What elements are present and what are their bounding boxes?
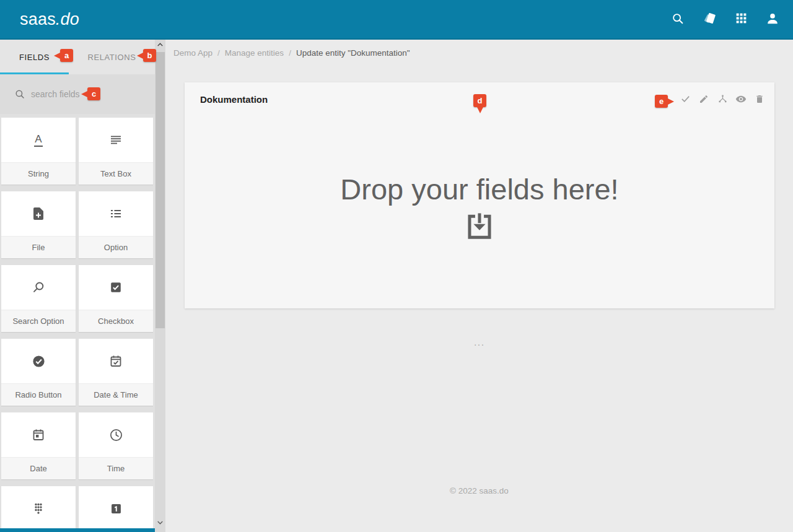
- main-content: Demo App / Manage entities / Update enti…: [165, 40, 793, 532]
- radio-check-icon: [1, 339, 76, 383]
- option-list-icon: [79, 191, 153, 236]
- field-type-grid: A String Text Box File Option: [1, 118, 153, 528]
- field-card-label: Time: [79, 457, 153, 479]
- clock-icon: [79, 412, 153, 457]
- drop-zone-title: Drop your fields here!: [185, 172, 774, 206]
- field-card-label: Option: [79, 236, 153, 258]
- string-icon: A: [1, 118, 76, 162]
- field-card-label: Date: [1, 457, 76, 479]
- sidebar-scrollbar[interactable]: [155, 40, 165, 532]
- dialpad-icon: [1, 486, 76, 528]
- app-root: saas.do: [0, 0, 793, 532]
- account-icon: [766, 12, 779, 27]
- field-card-textbox[interactable]: Text Box: [79, 118, 153, 185]
- field-card-label: Text Box: [79, 162, 153, 185]
- annotation-marker-c: c: [87, 87, 100, 100]
- trash-icon: [755, 94, 765, 106]
- calendar-check-icon: [79, 339, 153, 383]
- field-drop-zone[interactable]: Drop your fields here! ...: [185, 120, 774, 308]
- field-card-radio-button[interactable]: Radio Button: [1, 339, 76, 406]
- chevron-up-icon: [156, 41, 164, 51]
- drop-zone-ellipsis: ...: [185, 338, 774, 347]
- search-fields-icon: [14, 89, 25, 100]
- apps-button[interactable]: [734, 12, 748, 26]
- field-card-file[interactable]: File: [1, 191, 76, 258]
- top-bar: saas.do: [0, 0, 793, 40]
- entity-card: Dokumentation d e: [185, 82, 774, 308]
- pencil-icon: [699, 94, 709, 106]
- field-card-label: File: [1, 236, 76, 258]
- search-icon: [671, 12, 685, 27]
- number-one-icon: [79, 486, 153, 528]
- preview-button[interactable]: [736, 95, 746, 105]
- logo-prefix: saas: [20, 10, 56, 28]
- breadcrumb-demo-app[interactable]: Demo App: [173, 48, 212, 58]
- annotation-marker-a: a: [60, 49, 73, 62]
- field-card-checkbox[interactable]: Checkbox: [79, 265, 153, 332]
- relations-button[interactable]: [717, 95, 727, 105]
- field-card-option[interactable]: Option: [79, 191, 153, 258]
- check-icon: [680, 94, 691, 106]
- field-palette-sidebar: FIELDS RELATIONS a b c A String Text Box: [0, 40, 165, 532]
- app-logo[interactable]: saas.do: [20, 10, 79, 29]
- apps-grid-icon: [735, 12, 748, 27]
- edit-button[interactable]: [699, 95, 709, 105]
- file-add-icon: [1, 191, 76, 236]
- chevron-down-icon: [156, 518, 164, 528]
- field-card-label: Radio Button: [1, 383, 76, 406]
- field-search-band: [0, 74, 155, 114]
- checkbox-icon: [79, 265, 153, 310]
- field-card-string[interactable]: A String: [1, 118, 76, 185]
- annotation-marker-d: d: [473, 94, 486, 107]
- entity-title: Dokumentation: [200, 94, 268, 105]
- tab-fields-label: FIELDS: [19, 53, 50, 62]
- field-card-label: String: [1, 162, 76, 185]
- topbar-icon-group: [671, 0, 779, 38]
- notes-button[interactable]: [703, 12, 716, 26]
- palette-tabs: FIELDS RELATIONS: [0, 40, 155, 74]
- calendar-icon: [1, 412, 76, 457]
- confirm-button[interactable]: [680, 95, 690, 105]
- search-option-icon: [1, 265, 76, 310]
- field-card-label: Checkbox: [79, 310, 153, 332]
- notes-icon: [702, 11, 717, 28]
- field-card-label: Date & Time: [79, 383, 153, 406]
- field-card-time[interactable]: Time: [79, 412, 153, 479]
- field-card-number[interactable]: [79, 486, 153, 528]
- breadcrumb: Demo App / Manage entities / Update enti…: [173, 48, 410, 58]
- logo-suffix: .do: [56, 10, 79, 28]
- breadcrumb-current: Update entity "Dokumentation": [296, 48, 410, 58]
- field-card-date[interactable]: Date: [1, 412, 76, 479]
- breadcrumb-manage-entities[interactable]: Manage entities: [225, 48, 284, 58]
- field-card-label: Search Option: [1, 310, 76, 332]
- account-button[interactable]: [766, 12, 779, 26]
- drop-download-icon: [185, 211, 774, 242]
- field-card-datetime[interactable]: Date & Time: [79, 339, 153, 406]
- scroll-down-button[interactable]: [156, 518, 165, 528]
- delete-button[interactable]: [755, 95, 765, 105]
- search-button[interactable]: [671, 12, 685, 26]
- footer-copyright: © 2022 saas.do: [165, 486, 793, 495]
- breadcrumb-separator: /: [217, 48, 220, 58]
- breadcrumb-separator: /: [289, 48, 291, 58]
- eye-icon: [735, 94, 747, 107]
- textbox-icon: [79, 118, 153, 162]
- field-card-search-option[interactable]: Search Option: [1, 265, 76, 332]
- field-card-phone[interactable]: [1, 486, 76, 528]
- tab-relations-label: RELATIONS: [87, 53, 136, 62]
- entity-action-bar: [680, 95, 765, 105]
- annotation-marker-b: b: [143, 49, 156, 62]
- scroll-up-button[interactable]: [156, 41, 165, 51]
- annotation-marker-e: e: [655, 95, 668, 108]
- sidebar-bottom-accent: [0, 528, 155, 532]
- scrollbar-thumb[interactable]: [156, 52, 165, 328]
- hub-icon: [717, 94, 728, 106]
